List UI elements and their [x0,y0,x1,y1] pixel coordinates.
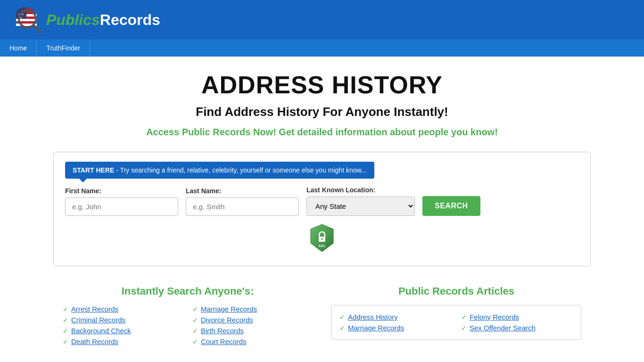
criminal-records-link[interactable]: Criminal Records [71,316,125,324]
logo[interactable]: ★★★ ★★ PublicsRecords [14,6,160,34]
arrest-records-link[interactable]: Arrest Records [71,305,118,313]
check-icon: ✓ [192,327,198,335]
svg-line-6 [34,25,41,32]
articles-heading: Public Records Articles [331,285,581,297]
felony-records-article-link[interactable]: Felony Records [470,313,519,321]
tooltip-text: - Try searching a friend, relative, cele… [116,166,366,174]
list-item: ✓ Marriage Records [339,324,452,332]
ssl-badge: SSL [310,223,334,253]
main-content: ADDRESS HISTORY Find Address History For… [0,57,644,360]
tooltip-banner: START HERE - Try searching a friend, rel… [65,162,374,179]
svg-point-9 [321,238,323,240]
first-name-input[interactable] [65,197,178,216]
check-icon: ✓ [192,316,198,324]
articles-section: Public Records Articles ✓ Address Histor… [331,285,581,346]
search-button[interactable]: SEARCH [422,196,480,216]
list-item: ✓ Death Records [63,337,183,346]
list-item: ✓ Arrest Records [63,305,183,313]
logo-icon: ★★★ ★★ [14,6,42,34]
logo-text: PublicsRecords [46,11,160,29]
instantly-search-section: Instantly Search Anyone's: ✓ Arrest Reco… [63,285,313,346]
check-icon: ✓ [461,324,467,332]
address-history-article-link[interactable]: Address History [348,313,398,321]
check-icon: ✓ [192,305,198,313]
nav-home[interactable]: Home [0,40,37,57]
state-select[interactable]: Any State Alabama Alaska Arizona Arkansa… [306,197,415,216]
list-item: ✓ Divorce Records [192,316,313,324]
search-container: START HERE - Try searching a friend, rel… [53,152,591,266]
check-icon: ✓ [63,305,68,313]
court-records-link[interactable]: Court Records [201,337,247,346]
navigation: Home TruthFinder [0,40,644,57]
state-label: Last Known Location: [306,186,415,194]
birth-records-link[interactable]: Birth Records [201,327,244,335]
instantly-search-heading: Instantly Search Anyone's: [63,285,313,297]
nav-truthfinder[interactable]: TruthFinder [37,40,90,57]
check-icon: ✓ [63,316,68,324]
list-item: ✓ Birth Records [192,327,313,335]
page-title: ADDRESS HISTORY [9,71,635,99]
check-icon: ✓ [339,313,345,321]
first-name-group: First Name: [65,187,178,216]
last-name-group: Last Name: [186,187,299,216]
marriage-records-article-link[interactable]: Marriage Records [348,324,404,332]
divorce-records-link[interactable]: Divorce Records [201,316,253,324]
state-group: Last Known Location: Any State Alabama A… [306,186,415,216]
list-item: ✓ Criminal Records [63,316,183,324]
first-name-label: First Name: [65,187,178,195]
articles-box: ✓ Address History ✓ Felony Records ✓ Mar… [331,305,581,340]
check-icon: ✓ [192,338,198,346]
articles-grid: ✓ Address History ✓ Felony Records ✓ Mar… [339,313,573,332]
background-check-link[interactable]: Background Check [71,327,131,335]
list-item: ✓ Address History [339,313,452,321]
search-links-grid: ✓ Arrest Records ✓ Marriage Records ✓ Cr… [63,305,313,346]
tooltip-start: START HERE [73,166,114,174]
check-icon: ✓ [339,324,345,332]
last-name-label: Last Name: [186,187,299,195]
list-item: ✓ Court Records [192,337,313,346]
check-icon: ✓ [461,313,467,321]
sex-offender-article-link[interactable]: Sex Offender Search [470,324,536,332]
last-name-input[interactable] [186,197,299,216]
check-icon: ✓ [63,327,68,335]
check-icon: ✓ [63,338,68,346]
page-tagline: Access Public Records Now! Get detailed … [9,127,635,138]
list-item: ✓ Marriage Records [192,305,313,313]
logo-publics: Publics [46,11,100,28]
svg-text:SSL: SSL [318,244,326,248]
ssl-shield-icon: SSL [310,223,334,253]
list-item: ✓ Felony Records [461,313,573,321]
marriage-records-link[interactable]: Marriage Records [201,305,257,313]
list-item: ✓ Sex Offender Search [461,324,573,332]
bottom-sections: Instantly Search Anyone's: ✓ Arrest Reco… [53,285,591,346]
page-subtitle: Find Address History For Anyone Instantl… [9,105,635,119]
list-item: ✓ Background Check [63,327,183,335]
death-records-link[interactable]: Death Records [71,337,118,346]
search-form: First Name: Last Name: Last Known Locati… [65,186,579,216]
header: ★★★ ★★ PublicsRecords [0,0,644,40]
logo-records: Records [100,11,160,28]
